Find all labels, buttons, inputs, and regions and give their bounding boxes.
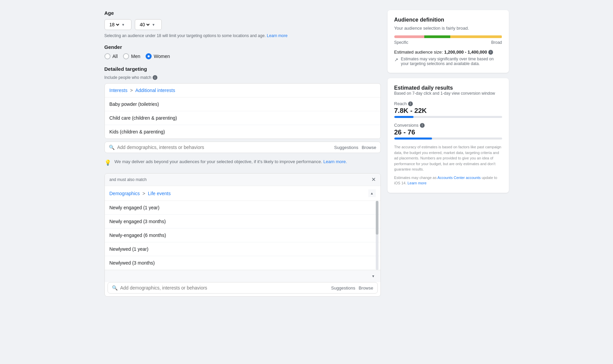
conversions-bar-track [394,138,502,140]
interests-breadcrumb-row: Interests > Additional interests [105,84,380,97]
must-match-browse-button[interactable]: Browse [359,285,373,291]
reach-info-icon[interactable]: i [408,101,413,106]
must-match-search-input[interactable] [120,285,329,291]
must-match-search-actions: Suggestions Browse [331,285,373,291]
must-match-search-icon: 🔍 [112,285,118,291]
gender-all-option[interactable]: All [104,53,118,59]
targeting-box: Interests > Additional interests Baby po… [104,83,381,139]
must-match-close-button[interactable]: ✕ [371,177,376,182]
age-learn-more-link[interactable]: Learn more [267,33,287,38]
gender-women-option[interactable]: Women [146,53,170,59]
scroll-up-arrow: ▲ [370,191,374,195]
scroll-down-button[interactable]: ▼ [370,272,377,280]
life-event-item-1: Newly engaged (1 year) [105,201,380,215]
audience-definition-card: Audience definition Your audience select… [388,10,509,73]
include-label: Include people who match i [104,75,381,80]
delivery-learn-more-link[interactable]: Learn more. [324,159,347,164]
age-min-select[interactable]: 18 21 25 35 [108,22,120,28]
additional-interests-breadcrumb-link[interactable]: Additional interests [135,88,175,93]
age-max-wrapper[interactable]: 40 45 50 65 ▼ [135,19,162,30]
conversions-metric-row: Conversions i 26 - 76 [394,123,502,140]
interest-item-2: Child care (children & parenting) [105,111,380,125]
gender-section: Gender All Men Women [104,44,381,59]
interests-breadcrumb-link[interactable]: Interests [110,88,128,93]
age-label: Age [104,10,381,16]
breadcrumb-sep-1: > [130,88,133,93]
dropdown-list: Demographics > Life events ▲ Newly engag… [105,186,380,282]
accounts-center-link[interactable]: Accounts Center accounts [437,176,481,180]
reach-value: 7.8K - 22K [394,107,502,115]
gender-women-radio[interactable] [146,53,152,59]
conversions-label: Conversions i [394,123,502,128]
must-match-search-row: 🔍 Suggestions Browse [108,282,378,294]
ios-learn-more-link[interactable]: Learn more [407,181,426,185]
dropdown-list-items: Newly engaged (1 year) Newly engaged (3 … [105,201,380,270]
gender-men-option[interactable]: Men [123,53,140,59]
gender-all-radio[interactable] [104,53,111,59]
meter-segment-green [424,35,450,38]
age-max-select[interactable]: 40 45 50 65 [139,22,151,28]
breadcrumb-sep-2: > [143,191,145,196]
estimated-daily-subtitle: Based on 7-day click and 1-day view conv… [394,91,502,96]
reach-bar-track [394,116,502,118]
audience-definition-title: Audience definition [394,17,502,23]
bulb-icon: 💡 [104,159,111,166]
delivery-note: 💡 We may deliver ads beyond your audienc… [104,155,381,170]
estimated-daily-title: Estimated daily results [394,85,502,91]
audience-size-row: Estimated audience size: 1,200,000 - 1,4… [394,50,502,55]
age-min-arrow: ▼ [122,23,125,27]
gender-men-label: Men [131,54,140,59]
right-panel: Audience definition Your audience select… [388,10,509,357]
meter-segment-yellow [450,35,502,38]
accuracy-note: The accuracy of estimates is based on fa… [394,144,502,172]
dropdown-list-header: Demographics > Life events ▲ [105,186,380,201]
audience-size-label: Estimated audience size: [394,50,443,55]
life-events-link[interactable]: Life events [148,191,171,196]
reach-bar-fill [394,116,414,118]
gender-options: All Men Women [104,53,381,59]
meter-segment-pink [394,35,425,38]
life-event-item-5: Newlywed (3 months) [105,256,380,270]
conversions-bar-fill [394,138,432,140]
must-match-label: and must also match [110,177,147,182]
interest-item-3: Kids (children & parenting) [105,125,380,139]
age-min-wrapper[interactable]: 18 21 25 35 ▼ [104,19,131,30]
browse-button[interactable]: Browse [362,145,376,150]
vary-icon: ↗ [394,57,398,62]
must-match-suggestions-button[interactable]: Suggestions [331,285,356,291]
targeting-search-input[interactable] [117,145,332,150]
estimates-note: Estimates may change as Accounts Center … [394,175,502,186]
suggestions-button[interactable]: Suggestions [334,145,359,150]
gender-women-label: Women [154,54,170,59]
detailed-targeting-label: Detailed targeting [104,66,381,72]
scroll-down-arrow: ▼ [372,274,375,278]
vary-note: ↗ Estimates may vary significantly over … [394,57,502,66]
audience-meter-bar [394,35,502,38]
vary-note-text: Estimates may vary significantly over ti… [401,57,502,66]
gender-label: Gender [104,44,381,50]
life-event-item-3: Newly-engaged (6 months) [105,229,380,242]
audience-size-value: 1,200,000 - 1,400,000 [444,50,487,55]
age-note: Selecting an audience under 18 will limi… [104,33,381,38]
meter-broad-label: Broad [491,40,502,45]
conversions-info-icon[interactable]: i [420,123,425,128]
reach-label: Reach i [394,101,502,106]
scroll-up-button[interactable]: ▲ [368,189,376,197]
reach-metric-row: Reach i 7.8K - 22K [394,101,502,118]
life-events-breadcrumb: Demographics > Life events [110,191,171,196]
audience-definition-subtitle: Your audience selection is fairly broad. [394,26,502,31]
gender-all-label: All [113,54,118,59]
audience-size-info-icon[interactable]: i [488,50,493,55]
gender-men-radio[interactable] [123,53,129,59]
must-match-header: and must also match ✕ [105,174,380,186]
meter-labels: Specific Broad [394,40,502,45]
demographics-link[interactable]: Demographics [110,191,140,196]
life-event-item-4: Newlywed (1 year) [105,242,380,256]
life-event-item-2: Newly engaged (3 months) [105,215,380,229]
search-actions: Suggestions Browse [334,145,376,150]
include-info-icon[interactable]: i [153,75,157,80]
must-match-section: and must also match ✕ Demographics > Lif… [104,173,381,297]
age-max-arrow: ▼ [152,23,155,27]
search-icon: 🔍 [109,145,115,150]
targeting-search-row: 🔍 Suggestions Browse [104,142,381,153]
